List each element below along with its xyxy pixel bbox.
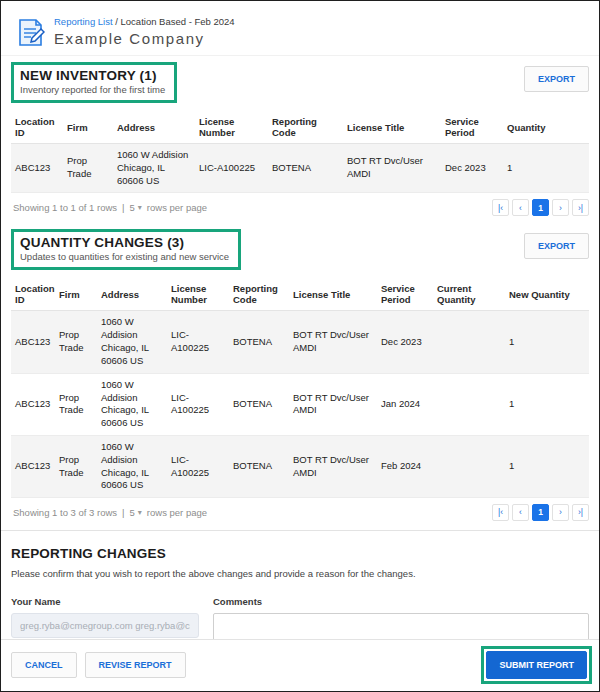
rows-per-page-value: 5 <box>130 202 135 213</box>
rows-per-page-select[interactable]: 5 ▾ <box>130 507 142 518</box>
pagination-summary: Showing 1 to 1 of 1 rows <box>13 202 117 213</box>
reporting-changes-description: Please confirm that you wish to report t… <box>11 568 589 579</box>
pager-prev-button[interactable]: ‹ <box>512 199 529 216</box>
table-cell: ABC123 <box>11 311 55 373</box>
quantity-changes-table: Location ID Firm Address License Number … <box>11 278 589 498</box>
next-page-icon: › <box>559 507 562 517</box>
table-cell: Prop Trade <box>63 144 113 193</box>
reporting-changes-title: REPORTING CHANGES <box>11 546 589 561</box>
rows-per-page-label: rows per page <box>147 202 207 213</box>
table-header-row: Location ID Firm Address License Number … <box>11 111 589 144</box>
column-header: Reporting Code <box>229 278 289 311</box>
pager-last-button[interactable]: ›| <box>572 199 589 216</box>
report-document-icon <box>17 18 45 48</box>
column-header: License Number <box>167 278 229 311</box>
new-inventory-title: NEW INVENTORY (1) <box>20 68 165 83</box>
column-header: Address <box>113 111 195 144</box>
your-name-field[interactable] <box>11 613 199 638</box>
column-header: Firm <box>63 111 113 144</box>
prev-page-icon: ‹ <box>519 203 522 213</box>
table-cell: BOT RT Dvc/User AMDI <box>289 435 377 497</box>
pager-page-1-button[interactable]: 1 <box>532 199 549 216</box>
pager-page-1-button[interactable]: 1 <box>532 504 549 521</box>
column-header: Service Period <box>377 278 433 311</box>
table-cell: BOT RT Dvc/User AMDI <box>289 373 377 435</box>
table-cell: LIC-A100225 <box>167 373 229 435</box>
quantity-changes-export-button[interactable]: EXPORT <box>524 233 589 259</box>
pager-next-button[interactable]: › <box>552 504 569 521</box>
table-cell: LIC-A100225 <box>167 311 229 373</box>
quantity-changes-pagination: Showing 1 to 3 of 3 rows | 5 ▾ rows per … <box>11 498 589 528</box>
new-inventory-export-button[interactable]: EXPORT <box>524 66 589 92</box>
table-cell: Jan 2024 <box>377 373 433 435</box>
table-cell <box>433 373 505 435</box>
quantity-changes-section: QUANTITY CHANGES (3) Updates to quantiti… <box>1 223 599 528</box>
pager: |‹ ‹ 1 › ›| <box>492 199 589 216</box>
rows-per-page-label: rows per page <box>147 507 207 518</box>
footer-action-bar: CANCEL REVISE REPORT SUBMIT REPORT <box>1 639 599 691</box>
table-cell: 1 <box>503 144 589 193</box>
pager-last-button[interactable]: ›| <box>572 504 589 521</box>
breadcrumb: Reporting List / Location Based - Feb 20… <box>54 16 235 27</box>
table-cell: BOTENA <box>229 311 289 373</box>
table-row: ABC123 Prop Trade 1060 W Addision Chicag… <box>11 311 589 373</box>
column-header: Quantity <box>503 111 589 144</box>
cancel-button[interactable]: CANCEL <box>11 652 77 678</box>
submit-report-button[interactable]: SUBMIT REPORT <box>486 651 587 679</box>
column-header: License Title <box>289 278 377 311</box>
header-text-block: Reporting List / Location Based - Feb 20… <box>54 16 235 48</box>
table-cell: 1 <box>505 311 589 373</box>
table-cell: ABC123 <box>11 144 63 193</box>
table-cell: 1060 W Addision Chicago, IL 60606 US <box>97 373 167 435</box>
table-cell: BOTENA <box>229 435 289 497</box>
table-cell: 1060 W Addision Chicago, IL 60606 US <box>113 144 195 193</box>
table-cell: 1060 W Addision Chicago, IL 60606 US <box>97 311 167 373</box>
table-cell: BOTENA <box>268 144 343 193</box>
table-cell <box>433 435 505 497</box>
column-header: New Quantity <box>505 278 589 311</box>
table-header-row: Location ID Firm Address License Number … <box>11 278 589 311</box>
new-inventory-subtitle: Inventory reported for the first time <box>20 84 165 95</box>
table-cell: 1060 W Addision Chicago, IL 60606 US <box>97 435 167 497</box>
pager-prev-button[interactable]: ‹ <box>512 504 529 521</box>
report-review-page: { "header": { "breadcrumb": { "link": "R… <box>0 0 600 692</box>
pagination-summary: Showing 1 to 3 of 3 rows <box>13 507 117 518</box>
new-inventory-annotation-box: NEW INVENTORY (1) Inventory reported for… <box>11 62 177 103</box>
pager-first-button[interactable]: |‹ <box>492 199 509 216</box>
pager-next-button[interactable]: › <box>552 199 569 216</box>
column-header: Firm <box>55 278 97 311</box>
column-header: Address <box>97 278 167 311</box>
breadcrumb-current: / Location Based - Feb 2024 <box>113 16 235 27</box>
table-cell: Prop Trade <box>55 435 97 497</box>
table-cell: LIC-A100225 <box>195 144 268 193</box>
column-header: Reporting Code <box>268 111 343 144</box>
page-header: Reporting List / Location Based - Feb 20… <box>1 1 599 56</box>
rows-per-page-value: 5 <box>130 507 135 518</box>
table-cell: 1 <box>505 435 589 497</box>
prev-page-icon: ‹ <box>519 507 522 517</box>
pager: |‹ ‹ 1 › ›| <box>492 504 589 521</box>
table-row: ABC123 Prop Trade 1060 W Addision Chicag… <box>11 435 589 497</box>
quantity-changes-title: QUANTITY CHANGES (3) <box>20 235 229 250</box>
quantity-changes-subtitle: Updates to quantities for existing and n… <box>20 251 229 262</box>
new-inventory-table: Location ID Firm Address License Number … <box>11 111 589 193</box>
table-cell: Dec 2023 <box>377 311 433 373</box>
last-page-icon: ›| <box>578 507 583 517</box>
pager-first-button[interactable]: |‹ <box>492 504 509 521</box>
revise-report-button[interactable]: REVISE REPORT <box>85 652 186 678</box>
chevron-down-icon: ▾ <box>138 203 142 212</box>
breadcrumb-link-reporting-list[interactable]: Reporting List <box>54 16 113 27</box>
new-inventory-pagination: Showing 1 to 1 of 1 rows | 5 ▾ rows per … <box>11 193 589 223</box>
your-name-label: Your Name <box>11 596 199 607</box>
table-cell: ABC123 <box>11 435 55 497</box>
column-header: Service Period <box>441 111 503 144</box>
new-inventory-section: NEW INVENTORY (1) Inventory reported for… <box>1 56 599 223</box>
table-cell: BOTENA <box>229 373 289 435</box>
submit-annotation-box: SUBMIT REPORT <box>481 646 592 684</box>
pagination-divider: | <box>122 507 124 518</box>
table-cell: BOT RT Dvc/User AMDI <box>343 144 441 193</box>
pagination-divider: | <box>122 202 124 213</box>
table-cell: Dec 2023 <box>441 144 503 193</box>
rows-per-page-select[interactable]: 5 ▾ <box>130 202 142 213</box>
column-header: Location ID <box>11 278 55 311</box>
